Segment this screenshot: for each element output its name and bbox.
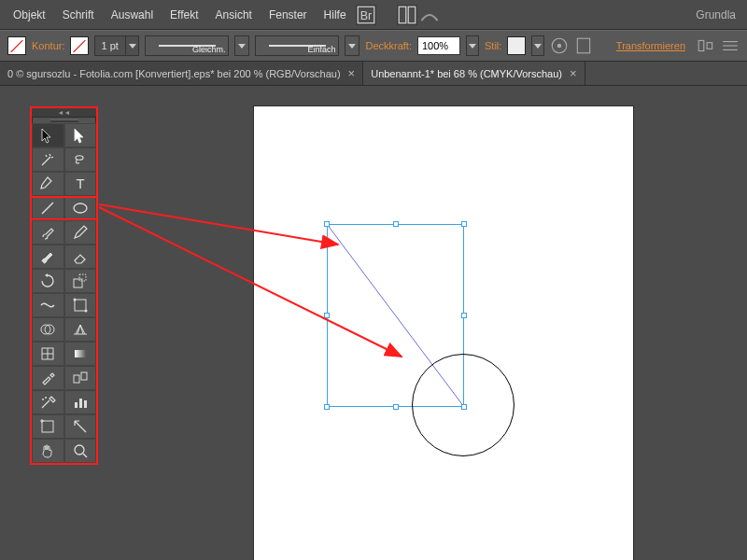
close-icon[interactable]: ×	[348, 66, 356, 80]
arrange-docs-icon[interactable]	[397, 5, 417, 25]
style-label: Stil:	[485, 40, 501, 51]
tool-pencil[interactable]	[64, 220, 97, 245]
fill-swatch[interactable]	[7, 36, 26, 55]
tool-perspective-grid[interactable]	[64, 317, 97, 342]
opacity-field[interactable]	[417, 36, 460, 55]
tool-zoom[interactable]	[64, 439, 97, 463]
scale-icon	[72, 273, 89, 289]
stroke-weight-select[interactable]: 1 pt	[94, 35, 139, 56]
handle[interactable]	[461, 313, 467, 318]
tab-active[interactable]: Unbenannt-1* bei 68 % (CMYK/Vorschau)×	[363, 62, 585, 85]
tool-lasso[interactable]	[64, 147, 97, 172]
stroke-swatch[interactable]	[70, 36, 89, 55]
menu-fenster[interactable]: Fenster	[261, 5, 315, 25]
handle[interactable]	[324, 404, 330, 410]
rotate-icon	[39, 273, 56, 289]
brush-dd-icon[interactable]	[345, 35, 359, 56]
svg-line-19	[42, 203, 53, 214]
tool-pen[interactable]	[32, 172, 64, 196]
tab-inactive[interactable]: 0 © sgursozlu - Fotolia.com [Konvertiert…	[0, 62, 363, 85]
svg-rect-21	[74, 279, 82, 287]
svg-rect-31	[75, 350, 86, 357]
tool-magic-wand[interactable]	[32, 147, 64, 172]
tool-selection[interactable]	[32, 123, 64, 147]
align-icon[interactable]	[697, 36, 715, 55]
tool-eraser[interactable]	[64, 245, 97, 269]
menu-objekt[interactable]: Objekt	[6, 5, 53, 25]
column-graph-icon	[72, 394, 89, 411]
tool-type[interactable]: T	[64, 172, 97, 196]
handle[interactable]	[324, 313, 330, 318]
tool-direct-selection[interactable]	[64, 123, 97, 147]
transform-link[interactable]: Transformieren	[611, 40, 691, 51]
tool-symbol-sprayer[interactable]	[32, 390, 64, 414]
handle[interactable]	[324, 221, 330, 227]
style-swatch[interactable]	[507, 36, 526, 55]
shape-builder-icon	[39, 321, 56, 338]
var-width-profile[interactable]: Gleichm.	[145, 35, 229, 56]
artboard[interactable]	[254, 106, 633, 560]
profile-dd-icon[interactable]	[234, 35, 249, 56]
tool-hand[interactable]	[32, 439, 64, 463]
magic-wand-icon	[39, 151, 56, 168]
close-icon[interactable]: ×	[570, 66, 577, 80]
doc-setup-icon[interactable]	[574, 36, 593, 55]
svg-rect-6	[578, 38, 590, 53]
panel-collapse-icon[interactable]	[32, 108, 96, 118]
tool-blend[interactable]	[64, 366, 97, 390]
artboard-icon	[39, 418, 56, 435]
handle[interactable]	[461, 221, 467, 227]
handle[interactable]	[393, 404, 399, 410]
gradient-icon	[72, 345, 89, 362]
screen-mode-icon[interactable]	[419, 5, 440, 25]
svg-text:Br: Br	[359, 9, 372, 22]
tool-gradient[interactable]	[64, 342, 97, 366]
svg-line-43	[83, 454, 87, 457]
tool-rotate[interactable]	[32, 269, 64, 293]
tool-shape-builder[interactable]	[32, 317, 64, 342]
tab-label: 0 © sgursozlu - Fotolia.com [Konvertiert…	[7, 68, 341, 79]
tool-column-graph[interactable]	[64, 390, 97, 414]
opacity-dd-icon[interactable]	[466, 35, 479, 56]
style-dd-icon[interactable]	[531, 35, 544, 56]
svg-rect-7	[698, 40, 704, 50]
tool-slice[interactable]	[64, 414, 97, 439]
workspace-label[interactable]: Grundla	[690, 5, 741, 25]
svg-rect-39	[42, 421, 53, 432]
width-icon	[39, 297, 56, 314]
tool-paintbrush[interactable]	[32, 220, 64, 245]
hand-icon	[39, 442, 56, 459]
menu-effekt[interactable]: Effekt	[162, 5, 205, 25]
svg-rect-38	[84, 400, 87, 408]
circle-shape[interactable]	[412, 354, 514, 456]
tool-artboard[interactable]	[32, 414, 64, 439]
line-segment-icon	[39, 200, 56, 217]
tool-free-transform[interactable]	[64, 293, 97, 317]
tool-scale[interactable]	[64, 269, 97, 293]
handle[interactable]	[393, 221, 399, 227]
menu-schrift[interactable]: Schrift	[55, 5, 102, 25]
recolor-art-icon[interactable]	[550, 36, 569, 55]
tool-width[interactable]	[32, 293, 64, 317]
pen-icon	[39, 175, 56, 192]
menu-auswahl[interactable]: Auswahl	[104, 5, 161, 25]
tools-panel: T	[30, 106, 98, 465]
brush-def[interactable]: Einfach	[255, 35, 339, 56]
tool-blob-brush[interactable]	[32, 245, 64, 269]
bridge-icon[interactable]: Br	[356, 5, 376, 25]
slice-icon	[72, 418, 89, 435]
svg-point-5	[557, 44, 561, 48]
ellipse-icon	[72, 200, 89, 217]
menu-ansicht[interactable]: Ansicht	[208, 5, 260, 25]
tab-label: Unbenannt-1* bei 68 % (CMYK/Vorschau)	[371, 68, 562, 79]
svg-rect-32	[74, 375, 79, 383]
blob-brush-icon	[39, 248, 56, 265]
tool-mesh[interactable]	[32, 342, 64, 366]
tool-line-segment[interactable]	[32, 196, 64, 220]
eraser-icon	[72, 248, 89, 265]
tool-eyedropper[interactable]	[32, 366, 64, 390]
menu-hilfe[interactable]: Hilfe	[317, 5, 354, 25]
align2-icon[interactable]	[721, 36, 740, 55]
stroke-label: Kontur:	[32, 40, 64, 51]
tool-ellipse[interactable]	[64, 196, 97, 220]
